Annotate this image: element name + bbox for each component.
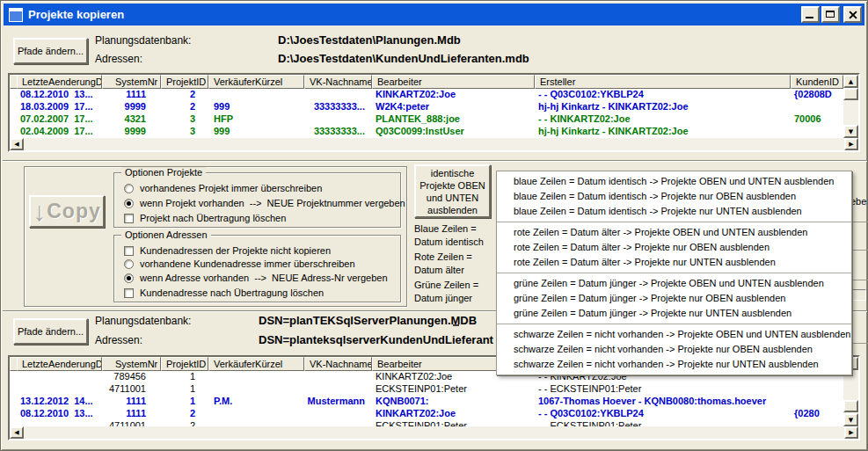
scroll-down-icon[interactable]: ▼ bbox=[843, 413, 858, 426]
table-row[interactable]: 02.04.2009 17...9999399933333333...Q03C0… bbox=[10, 126, 843, 138]
option-skip-customer-addresses[interactable]: Kundenadressen der Projekte nicht kopier… bbox=[124, 244, 331, 257]
cell bbox=[17, 420, 102, 426]
radio-button-checked[interactable] bbox=[124, 273, 134, 283]
cell bbox=[791, 101, 843, 113]
column-header[interactable]: VerkäuferKürzel bbox=[208, 357, 304, 371]
table-row[interactable]: 08.12.2010 13...11112KINKARTZ02:Joe- - Q… bbox=[10, 89, 843, 101]
projects-table-source: LetzteAenderungDBSystemNrProjektIDVerkäu… bbox=[8, 73, 860, 152]
option-overwrite-address[interactable]: vorhandene Kundenadresse immer überschre… bbox=[124, 258, 355, 270]
menu-item[interactable]: grüne Zeilen = Datum jünger -> Projekte … bbox=[497, 276, 851, 291]
column-header[interactable]: LetzteAenderungDB bbox=[17, 357, 102, 371]
window-controls bbox=[801, 6, 862, 23]
cell: 2 bbox=[161, 89, 208, 101]
menu-separator bbox=[497, 222, 851, 222]
maximize-icon bbox=[826, 11, 835, 18]
scroll-down-icon[interactable]: ▼ bbox=[843, 125, 858, 138]
menu-item[interactable]: schwarze Zeilen = nicht vorhanden -> Pro… bbox=[497, 327, 851, 342]
table-row[interactable]: 47110012ECKSTEINP01:Peter- - ECKSTEINP01… bbox=[10, 420, 843, 426]
menu-item[interactable]: schwarze Zeilen = nicht vorhanden -> Pro… bbox=[497, 342, 851, 357]
menu-item[interactable]: rote Zeilen = Datum älter -> Projekte nu… bbox=[497, 255, 851, 270]
menu-item[interactable]: rote Zeilen = Datum älter -> Projekte OB… bbox=[497, 225, 851, 240]
menu-separator bbox=[497, 273, 851, 273]
table-row[interactable]: 13.12.2012 14...11111P.M.MustermannKQNB0… bbox=[10, 396, 843, 408]
menu-item[interactable]: blaue Zeilen = Datum identisch -> Projek… bbox=[497, 189, 851, 204]
row-filter-menu: blaue Zeilen = Datum identisch -> Projek… bbox=[496, 171, 852, 375]
change-paths-button-source[interactable]: Pfade ändern... bbox=[13, 38, 88, 64]
cell: 1111 bbox=[102, 396, 161, 408]
cell: 70006 bbox=[791, 113, 843, 126]
column-header[interactable]: VK-Nachname bbox=[304, 75, 372, 89]
addresses-label-source: Adressen: bbox=[95, 53, 142, 65]
menu-item[interactable]: blaue Zeilen = Datum identisch -> Projek… bbox=[497, 204, 851, 219]
menu-item[interactable]: grüne Zeilen = Datum jünger -> Projekte … bbox=[497, 306, 851, 321]
cell: Q03C0099:InstUser bbox=[372, 126, 535, 138]
column-header[interactable]: VK-Nachname bbox=[304, 357, 372, 371]
cell: 1111 bbox=[102, 408, 161, 420]
cell bbox=[208, 371, 304, 383]
close-button[interactable] bbox=[843, 6, 862, 23]
cell: KQNB0071: bbox=[372, 396, 535, 408]
minimize-button[interactable] bbox=[801, 6, 820, 23]
checkbox-unchecked[interactable] bbox=[124, 246, 134, 256]
radio-button-checked[interactable] bbox=[124, 199, 134, 208]
column-header[interactable]: LetzteAenderungDB bbox=[17, 75, 102, 89]
column-header[interactable]: SystemNr bbox=[102, 75, 161, 89]
scrollbar-thumb[interactable] bbox=[843, 400, 858, 412]
column-header[interactable]: SystemNr bbox=[102, 357, 161, 371]
cell: 9999 bbox=[102, 126, 161, 138]
cell: 08.12.2010 13... bbox=[17, 408, 102, 420]
option-delete-address-after-transfer[interactable]: Kundenadresse nach Übertragung löschen bbox=[124, 287, 324, 299]
horizontal-scrollbar[interactable]: ◀ ▶ bbox=[10, 426, 858, 439]
hide-identical-projects-button[interactable]: identische Projekte OBEN und UNTEN ausbl… bbox=[414, 164, 491, 218]
option-new-project-number[interactable]: wenn Projekt vorhanden --> NEUE Projektn… bbox=[124, 197, 405, 209]
scroll-left-icon[interactable]: ◀ bbox=[10, 426, 24, 439]
maximize-button[interactable] bbox=[821, 6, 840, 23]
titlebar[interactable]: Projekte kopieren bbox=[4, 4, 864, 25]
cell: {02808D bbox=[791, 89, 843, 101]
cell bbox=[304, 383, 372, 396]
cell: - - Q03C0102:YKBLP24 bbox=[535, 408, 791, 420]
table-row[interactable]: 08.12.2010 13...11112KINKARTZ02:Joe- - Q… bbox=[10, 408, 843, 420]
scroll-up-icon[interactable]: ▲ bbox=[843, 75, 858, 88]
scroll-right-icon[interactable]: ▶ bbox=[844, 138, 858, 150]
option-delete-project-after-transfer[interactable]: Projekt nach Übertragung löschen bbox=[124, 212, 286, 224]
table-rows: 08.12.2010 13...11112KINKARTZ02:Joe- - Q… bbox=[10, 89, 843, 138]
change-paths-button-target[interactable]: Pfade ändern... bbox=[13, 318, 88, 345]
cell: 18.03.2009 17... bbox=[17, 101, 102, 113]
option-new-address-number[interactable]: wenn Adresse vorhanden --> NEUE Adress-N… bbox=[124, 272, 388, 284]
copy-button[interactable]: ↓ Copy bbox=[29, 195, 105, 228]
column-header[interactable]: Bearbeiter bbox=[372, 75, 535, 89]
vertical-scrollbar[interactable]: ▲ ▼ bbox=[843, 75, 858, 138]
cell bbox=[304, 408, 372, 420]
radio-button-unchecked[interactable] bbox=[124, 259, 134, 269]
column-header[interactable]: ProjektID bbox=[161, 75, 208, 89]
scrollbar-thumb[interactable] bbox=[843, 88, 858, 100]
table-row[interactable]: 07.02.2007 17...43213HFPPLANTEK_888:joe-… bbox=[10, 113, 843, 126]
column-header[interactable]: ProjektID bbox=[161, 357, 208, 371]
table-row[interactable]: 47110011ECKSTEINP01:Peter- - ECKSTEINP01… bbox=[10, 383, 843, 396]
menu-item[interactable]: rote Zeilen = Datum älter -> Projekte nu… bbox=[497, 240, 851, 255]
cell: 789456 bbox=[102, 371, 161, 383]
column-header[interactable]: KundenID bbox=[791, 75, 843, 89]
cell: KINKARTZ02:Joe bbox=[372, 89, 535, 101]
checkbox-unchecked[interactable] bbox=[124, 288, 134, 298]
column-header[interactable]: Ersteller bbox=[535, 75, 791, 89]
radio-button-unchecked[interactable] bbox=[124, 184, 134, 193]
table-row[interactable]: 18.03.2009 17...9999299933333333...W2K4:… bbox=[10, 101, 843, 113]
scroll-left-icon[interactable]: ◀ bbox=[10, 138, 24, 150]
scroll-right-icon[interactable]: ▶ bbox=[844, 426, 858, 439]
cell: Mustermann bbox=[304, 396, 372, 408]
cell: hj-hj Kinkartz - KINKARTZ02:Joe bbox=[535, 126, 791, 138]
menu-item[interactable]: blaue Zeilen = Datum identisch -> Projek… bbox=[497, 174, 851, 189]
checkbox-unchecked[interactable] bbox=[124, 214, 134, 223]
option-overwrite-project[interactable]: vorhandenes Projekt immer überschreiben bbox=[124, 182, 322, 194]
planning-db-label-target: Planungsdatenbank: bbox=[95, 315, 191, 327]
cell bbox=[304, 371, 372, 383]
horizontal-scrollbar[interactable]: ◀ ▶ bbox=[10, 138, 858, 150]
menu-item[interactable]: schwarze Zeilen = nicht vorhanden -> Pro… bbox=[497, 357, 851, 372]
column-header[interactable]: VerkäuferKürzel bbox=[208, 75, 304, 89]
cell: 02.04.2009 17... bbox=[17, 126, 102, 138]
cell bbox=[791, 383, 843, 396]
menu-item[interactable]: grüne Zeilen = Datum jünger -> Projekte … bbox=[497, 291, 851, 306]
planning-db-path-target: DSN=planTEKSqlServerPlanungen.MDB bbox=[259, 314, 477, 327]
